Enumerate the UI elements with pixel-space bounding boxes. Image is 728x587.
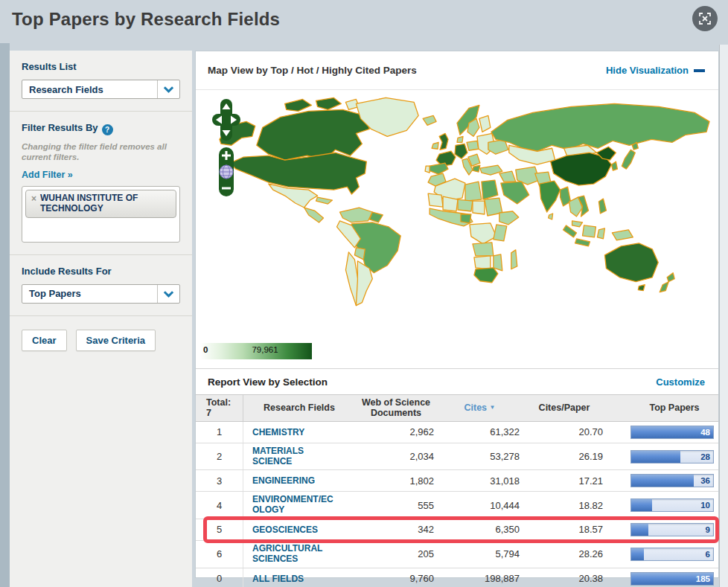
- research-field-link[interactable]: GEOSCIENCES: [252, 525, 318, 536]
- remove-filter-icon[interactable]: ×: [31, 193, 36, 204]
- research-field-link[interactable]: AGRICULTURAL SCIENCES: [252, 544, 336, 565]
- country-india: [540, 181, 561, 212]
- wos-documents-cell: 9,760: [355, 573, 437, 584]
- country-australia: [604, 243, 658, 282]
- rank-cell: 1: [196, 422, 243, 443]
- include-results-heading: Include Results For: [22, 266, 180, 277]
- top-papers-value: 185: [696, 574, 710, 583]
- table-row: 6 AGRICULTURAL SCIENCES 205 5,794 28.26 …: [196, 541, 718, 568]
- cites-cell: 10,444: [437, 500, 523, 511]
- top-papers-bar[interactable]: 48: [630, 426, 714, 439]
- include-results-dropdown[interactable]: Top Papers: [22, 284, 180, 304]
- wos-documents-cell: 555: [355, 500, 437, 511]
- country-usa: [230, 153, 366, 194]
- cites-per-paper-cell: 20.38: [523, 573, 606, 584]
- rank-cell: 5: [196, 519, 243, 540]
- cites-per-paper-cell: 20.70: [523, 426, 606, 437]
- column-header-cites[interactable]: Cites ▼: [437, 400, 523, 415]
- map-pan-control[interactable]: [212, 99, 240, 141]
- wos-documents-cell: 2,034: [355, 451, 437, 462]
- globe-icon: [220, 165, 233, 179]
- research-field-link[interactable]: MATERIALS SCIENCE: [252, 446, 336, 467]
- include-results-selected: Top Papers: [22, 285, 157, 303]
- research-field-link[interactable]: ALL FIELDS: [252, 574, 304, 585]
- column-header-wos-documents[interactable]: Web of Science Documents: [355, 397, 437, 419]
- add-filter-link[interactable]: Add Filter »: [22, 170, 73, 180]
- top-papers-bar[interactable]: 28: [630, 450, 714, 463]
- rank-cell: 4: [196, 492, 243, 519]
- main-panel: Map View by Top / Hot / Highly Cited Pap…: [195, 51, 719, 578]
- rank-cell: 3: [196, 470, 243, 491]
- top-papers-bar[interactable]: 36: [630, 474, 714, 487]
- hide-visualization-link[interactable]: Hide Visualization: [606, 65, 705, 76]
- country-uk: [439, 133, 448, 150]
- clear-button[interactable]: Clear: [22, 330, 67, 351]
- filter-heading-label: Filter Results By: [22, 122, 98, 133]
- filter-note: Changing the filter field removes all cu…: [22, 141, 180, 163]
- top-papers-value: 10: [700, 501, 710, 510]
- results-list-heading: Results List: [22, 61, 180, 72]
- table-row: 0 ALL FIELDS 9,760 198,887 20.38 185: [196, 568, 718, 587]
- top-papers-bar-fill: [631, 524, 648, 536]
- map-view-header: Map View by Top / Hot / Highly Cited Pap…: [196, 51, 718, 90]
- top-papers-value: 36: [700, 476, 710, 485]
- rank-cell: 2: [196, 443, 243, 470]
- top-papers-value: 28: [700, 452, 710, 461]
- research-field-link[interactable]: ENGINEERING: [252, 476, 315, 487]
- top-papers-bar[interactable]: 6: [630, 548, 714, 561]
- results-list-dropdown[interactable]: Research Fields: [22, 80, 180, 99]
- map-color-legend: 0 79,961: [200, 343, 312, 359]
- filter-heading: Filter Results By?: [22, 122, 180, 135]
- top-papers-bar[interactable]: 10: [630, 498, 714, 512]
- active-filters-box: × WUHAN INSTITUTE OF TECHNOLOGY: [22, 186, 180, 243]
- legend-max-value: 79,961: [252, 345, 278, 354]
- table-row: 1 CHEMISTRY 2,962 61,322 20.70 48: [196, 422, 718, 443]
- help-icon[interactable]: ?: [102, 124, 113, 135]
- chevron-down-icon: [157, 285, 179, 303]
- page-left-margin: [0, 43, 10, 587]
- legend-min-value: 0: [203, 345, 208, 354]
- column-header-top-papers[interactable]: Top Papers: [630, 400, 718, 415]
- chevron-down-icon: [157, 80, 179, 98]
- cites-per-paper-cell: 18.82: [523, 500, 606, 511]
- cites-cell: 61,322: [437, 426, 523, 437]
- research-field-link[interactable]: ENVIRONMENT/ECOLOGY: [252, 495, 336, 516]
- map-visualization-area: 0 79,961: [196, 90, 718, 368]
- table-row: 5 GEOSCIENCES 342 6,350 18.57 9: [196, 519, 718, 541]
- top-papers-bar-fill: [631, 499, 652, 511]
- country-japan: [622, 150, 635, 169]
- country-south-africa: [474, 268, 498, 283]
- cites-sort-label: Cites: [464, 402, 488, 413]
- top-papers-bar[interactable]: 9: [630, 523, 714, 536]
- map-zoom-control[interactable]: [212, 147, 240, 196]
- table-row: 2 MATERIALS SCIENCE 2,034 53,278 26.19 2…: [196, 443, 718, 471]
- wos-documents-cell: 205: [355, 548, 437, 559]
- report-view-title: Report View by Selection: [208, 376, 328, 388]
- top-papers-bar-fill: [631, 451, 680, 463]
- top-papers-bar[interactable]: 185: [630, 572, 714, 586]
- table-header-row: Total: 7 Research Fields Web of Science …: [196, 394, 718, 422]
- save-criteria-button[interactable]: Save Criteria: [76, 330, 156, 351]
- top-papers-value: 6: [706, 550, 710, 559]
- cites-cell: 5,794: [437, 548, 523, 559]
- cites-cell: 198,887: [437, 573, 523, 584]
- country-spain: [429, 163, 448, 174]
- column-header-research-fields[interactable]: Research Fields: [243, 400, 355, 415]
- table-row: 4 ENVIRONMENT/ECOLOGY 555 10,444 18.82 1…: [196, 492, 718, 519]
- cites-cell: 31,018: [437, 475, 523, 487]
- fullscreen-button[interactable]: [692, 6, 718, 31]
- wos-documents-cell: 342: [355, 524, 437, 535]
- column-header-cites-per-paper[interactable]: Cites/Paper: [523, 400, 606, 415]
- cites-per-paper-cell: 18.57: [523, 524, 606, 535]
- filter-chip-label: WUHAN INSTITUTE OF TECHNOLOGY: [40, 193, 170, 214]
- research-field-link[interactable]: CHEMISTRY: [252, 428, 304, 438]
- scrollbar-track[interactable]: [719, 45, 728, 587]
- rank-cell: 6: [196, 541, 243, 568]
- world-choropleth-map[interactable]: [197, 92, 717, 337]
- customize-link[interactable]: Customize: [656, 376, 705, 388]
- map-controls: [212, 99, 242, 199]
- page-header: Top Papers by Research Fields: [0, 0, 728, 45]
- filter-chip[interactable]: × WUHAN INSTITUTE OF TECHNOLOGY: [25, 190, 176, 219]
- cites-per-paper-cell: 17.21: [523, 475, 606, 487]
- total-value: 7: [206, 408, 241, 418]
